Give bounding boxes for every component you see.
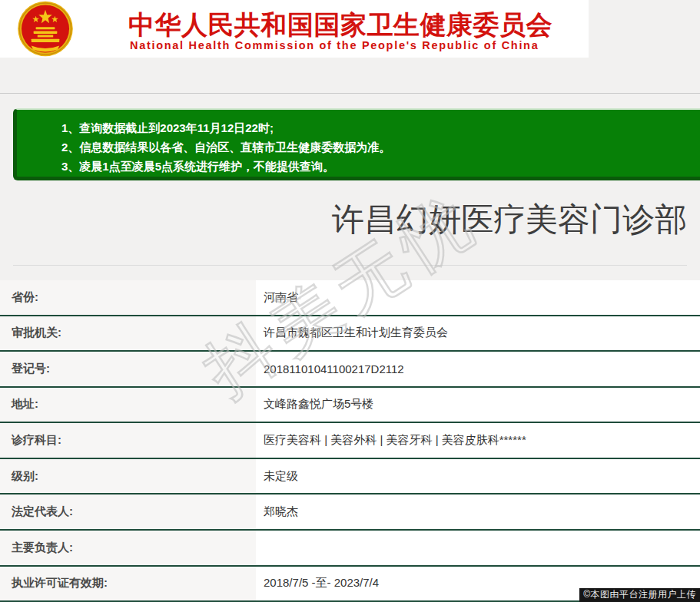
row-label: 级别:	[0, 459, 256, 494]
header-title-en: National Health Commission of the People…	[130, 39, 539, 51]
table-row: 地址: 文峰路鑫悦广场5号楼	[0, 388, 700, 424]
upload-copyright-badge: ©本图由平台注册用户上传	[579, 588, 700, 602]
institution-name-title: 许昌幻妍医疗美容门诊部	[332, 198, 687, 241]
row-label: 主要负责人:	[0, 531, 256, 565]
table-row: 登记号: 20181101041100217D2112	[0, 352, 700, 388]
table-row: 法定代表人: 郑晓杰	[0, 495, 700, 531]
row-label: 法定代表人:	[0, 495, 256, 529]
notice-item: 3、凌晨1点至凌晨5点系统进行维护，不能提供查询。	[61, 157, 700, 176]
table-row: 主要负责人:	[0, 531, 700, 567]
notice-item: 2、信息数据结果以各省、自治区、直辖市卫生健康委数据为准。	[61, 137, 700, 157]
row-value: 河南省	[256, 280, 700, 315]
row-label: 审批机关:	[0, 316, 256, 351]
table-row: 级别: 未定级	[0, 459, 700, 495]
china-national-emblem-icon	[5, 1, 86, 57]
row-label: 执业许可证有效期:	[0, 567, 256, 601]
row-value	[256, 531, 700, 565]
header-divider	[0, 93, 700, 94]
row-label: 省份:	[0, 280, 256, 315]
table-row: 审批机关: 许昌市魏都区卫生和计划生育委员会	[0, 316, 700, 352]
table-row: 诊疗科目: 医疗美容科 | 美容外科 | 美容牙科 | 美容皮肤科******	[0, 423, 700, 459]
row-value: 医疗美容科 | 美容外科 | 美容牙科 | 美容皮肤科******	[256, 423, 700, 458]
row-label: 诊疗科目:	[0, 423, 256, 458]
row-value: 郑晓杰	[256, 495, 700, 529]
row-label: 登记号:	[0, 352, 256, 386]
row-label: 地址:	[0, 388, 256, 422]
page: 中华人民共和国国家卫生健康委员会 National Health Commiss…	[0, 0, 700, 602]
row-value: 未定级	[256, 459, 700, 494]
notice-item: 1、查询数据截止到2023年11月12日22时;	[61, 118, 700, 137]
header-title-cn: 中华人民共和国国家卫生健康委员会	[128, 8, 552, 43]
institution-info-table: 省份: 河南省 审批机关: 许昌市魏都区卫生和计划生育委员会 登记号: 2018…	[0, 280, 700, 602]
row-value: 20181101041100217D2112	[256, 352, 700, 386]
site-header: 中华人民共和国国家卫生健康委员会 National Health Commiss…	[0, 0, 589, 58]
row-value: 文峰路鑫悦广场5号楼	[256, 388, 700, 422]
title-divider	[13, 265, 687, 266]
notice-box: 1、查询数据截止到2023年11月12日22时; 2、信息数据结果以各省、自治区…	[13, 108, 700, 180]
row-value: 许昌市魏都区卫生和计划生育委员会	[256, 316, 700, 351]
table-row: 省份: 河南省	[0, 280, 700, 316]
